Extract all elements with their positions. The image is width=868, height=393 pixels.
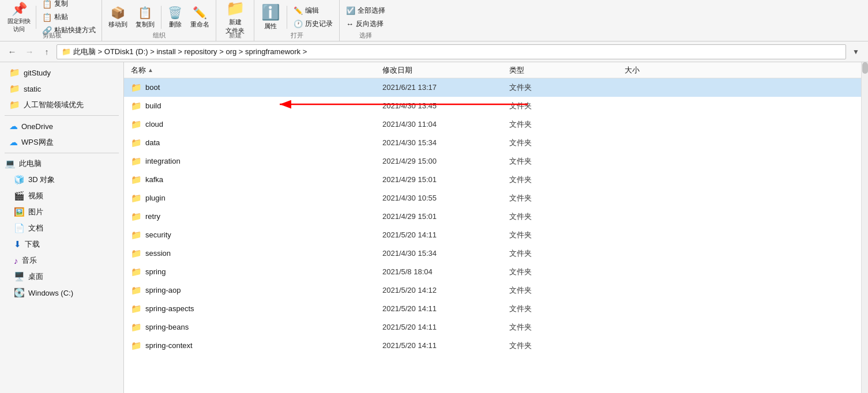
copy-button[interactable]: 📋 复制 bbox=[39, 0, 99, 10]
sidebar-item-desktop[interactable]: 🖥️ 桌面 bbox=[0, 269, 123, 285]
cloud-icon: ☁ bbox=[9, 121, 18, 131]
table-row[interactable]: 📁 data 2021/4/30 15:34 文件夹 bbox=[124, 134, 861, 152]
sidebar-item-label: 此电脑 bbox=[19, 158, 42, 169]
back-button[interactable]: ← bbox=[5, 44, 20, 59]
sidebar-item-wps[interactable]: ☁ WPS网盘 bbox=[0, 134, 123, 150]
file-type: 文件夹 bbox=[509, 138, 532, 147]
edit-button[interactable]: ✏️ 编辑 bbox=[291, 5, 336, 17]
col-size-header[interactable]: 大小 bbox=[625, 66, 640, 74]
folder-icon: 📁 bbox=[131, 156, 142, 167]
3d-icon: 🧊 bbox=[14, 175, 25, 185]
sidebar-item-picture[interactable]: 🖼️ 图片 bbox=[0, 204, 123, 220]
sidebar-item-label: 视频 bbox=[28, 191, 43, 201]
folder-icon: 📁 bbox=[9, 100, 20, 110]
folder-icon: 📁 bbox=[131, 211, 142, 222]
address-dropdown-button[interactable]: ▼ bbox=[848, 44, 863, 59]
file-type: 文件夹 bbox=[509, 304, 532, 313]
file-date: 2021/4/30 10:55 bbox=[382, 194, 437, 202]
file-name: kafka bbox=[145, 175, 163, 184]
table-row[interactable]: 📁 spring-aop 2021/5/20 14:12 文件夹 bbox=[124, 281, 861, 300]
sidebar-item-label: OneDrive bbox=[21, 122, 53, 131]
sidebar-item-onedrive[interactable]: ☁ OneDrive bbox=[0, 118, 123, 134]
table-row[interactable]: 📁 retry 2021/4/29 15:01 文件夹 bbox=[124, 207, 861, 226]
table-row[interactable]: 📁 spring-aspects 2021/5/20 14:11 文件夹 bbox=[124, 300, 861, 318]
col-date-header[interactable]: 修改日期 bbox=[382, 66, 412, 74]
sidebar-item-ai[interactable]: 📁 人工智能领域优先 bbox=[0, 97, 123, 113]
sidebar-item-doc[interactable]: 📄 文档 bbox=[0, 220, 123, 236]
file-date: 2021/5/20 14:11 bbox=[382, 341, 437, 350]
table-row[interactable]: 📁 cloud 2021/4/30 11:04 文件夹 bbox=[124, 115, 861, 134]
select-all-button[interactable]: ☑️ 全部选择 bbox=[343, 5, 388, 17]
delete-button[interactable]: 🗑️ 删除 bbox=[165, 4, 185, 31]
file-name: session bbox=[145, 249, 171, 258]
sidebar-item-gitStudy[interactable]: 📁 gitStudy bbox=[0, 65, 123, 81]
pin-button[interactable]: 📌 固定到快 访问 bbox=[5, 0, 33, 35]
move-button[interactable]: 📦 移动到 bbox=[106, 4, 130, 31]
table-row[interactable]: 📁 integration 2021/4/29 15:00 文件夹 bbox=[124, 152, 861, 171]
folder-icon: 📁 bbox=[131, 82, 142, 93]
file-type: 文件夹 bbox=[509, 286, 532, 294]
organize-label: 组织 bbox=[153, 31, 166, 40]
video-icon: 🎬 bbox=[14, 191, 25, 201]
table-row[interactable]: 📁 kafka 2021/4/29 15:01 文件夹 bbox=[124, 171, 861, 189]
folder-icon: 📁 bbox=[131, 138, 142, 148]
file-type: 文件夹 bbox=[509, 157, 532, 165]
drive-icon: 💽 bbox=[14, 288, 25, 298]
folder-icon: 📁 bbox=[131, 248, 142, 259]
file-type: 文件夹 bbox=[509, 323, 532, 331]
file-name: cloud bbox=[145, 120, 163, 129]
picture-icon: 🖼️ bbox=[14, 207, 25, 217]
address-path-box[interactable]: 📁 此电脑 > OTDisk1 (D:) > install > reposit… bbox=[57, 44, 846, 59]
file-type: 文件夹 bbox=[509, 194, 532, 202]
up-button[interactable]: ↑ bbox=[39, 44, 54, 59]
table-row[interactable]: 📁 spring 2021/5/8 18:04 文件夹 bbox=[124, 263, 861, 281]
file-name: data bbox=[145, 138, 160, 147]
vertical-scrollbar[interactable] bbox=[861, 62, 868, 393]
sidebar-item-label: static bbox=[24, 85, 41, 93]
table-row[interactable]: 📁 boot 2021/6/21 13:17 文件夹 bbox=[124, 78, 861, 97]
select-label: 选择 bbox=[359, 31, 372, 40]
file-type: 文件夹 bbox=[509, 83, 532, 92]
table-row[interactable]: 📁 session 2021/4/30 15:34 文件夹 bbox=[124, 244, 861, 263]
rename-button[interactable]: ✏️ 重命名 bbox=[187, 4, 212, 31]
sidebar-item-label: gitStudy bbox=[24, 69, 51, 77]
file-date: 2021/6/21 13:17 bbox=[382, 83, 437, 92]
table-row[interactable]: 📁 spring-context 2021/5/20 14:11 文件夹 bbox=[124, 337, 861, 355]
table-row[interactable]: 📁 spring-beans 2021/5/20 14:11 文件夹 bbox=[124, 318, 861, 337]
sidebar-item-label: 桌面 bbox=[28, 271, 43, 282]
folder-icon: 📁 bbox=[131, 193, 142, 203]
sidebar-item-thispc[interactable]: 💻 此电脑 bbox=[0, 156, 123, 172]
open-label: 打开 bbox=[291, 31, 303, 40]
history-button[interactable]: 🕐 历史记录 bbox=[291, 18, 336, 30]
folder-icon: 📁 bbox=[131, 175, 142, 185]
forward-button[interactable]: → bbox=[22, 44, 37, 59]
sidebar-item-static[interactable]: 📁 static bbox=[0, 81, 123, 97]
table-row[interactable]: 📁 plugin 2021/4/30 10:55 文件夹 bbox=[124, 189, 861, 207]
sidebar-item-label: 图片 bbox=[28, 207, 43, 217]
sidebar-item-3d[interactable]: 🧊 3D 对象 bbox=[0, 172, 123, 188]
sidebar-item-label: 3D 对象 bbox=[28, 175, 55, 185]
table-row[interactable]: 📁 security 2021/5/20 14:11 文件夹 bbox=[124, 226, 861, 244]
address-bar: ← → ↑ 📁 此电脑 > OTDisk1 (D:) > install > r… bbox=[0, 41, 868, 62]
sidebar-item-music[interactable]: ♪ 音乐 bbox=[0, 252, 123, 269]
col-name-header[interactable]: 名称 bbox=[131, 65, 146, 75]
file-name: integration bbox=[145, 157, 181, 165]
sidebar-item-download[interactable]: ⬇ 下载 bbox=[0, 236, 123, 252]
properties-button[interactable]: ℹ️ 属性 bbox=[258, 1, 283, 33]
invert-select-button[interactable]: ↔️ 反向选择 bbox=[343, 18, 388, 30]
paste-button[interactable]: 📋 粘贴 bbox=[39, 11, 99, 23]
file-type: 文件夹 bbox=[509, 175, 532, 184]
file-name: retry bbox=[145, 212, 160, 221]
file-name: spring bbox=[145, 267, 166, 276]
file-type: 文件夹 bbox=[509, 249, 532, 258]
clipboard-label: 剪贴板 bbox=[43, 31, 62, 40]
sidebar-item-video[interactable]: 🎬 视频 bbox=[0, 188, 123, 204]
pc-icon: 💻 bbox=[5, 158, 16, 169]
copy-to-button[interactable]: 📋 复制到 bbox=[133, 4, 157, 31]
table-row[interactable]: 📁 build 2021/4/30 13:45 文件夹 bbox=[124, 97, 861, 115]
file-date: 2021/4/29 15:01 bbox=[382, 212, 437, 221]
file-date: 2021/5/20 14:11 bbox=[382, 230, 437, 239]
col-type-header[interactable]: 类型 bbox=[509, 66, 524, 74]
sidebar-item-winc[interactable]: 💽 Windows (C:) bbox=[0, 285, 123, 301]
select-section: ☑️ 全部选择 ↔️ 反向选择 选择 bbox=[340, 0, 392, 41]
